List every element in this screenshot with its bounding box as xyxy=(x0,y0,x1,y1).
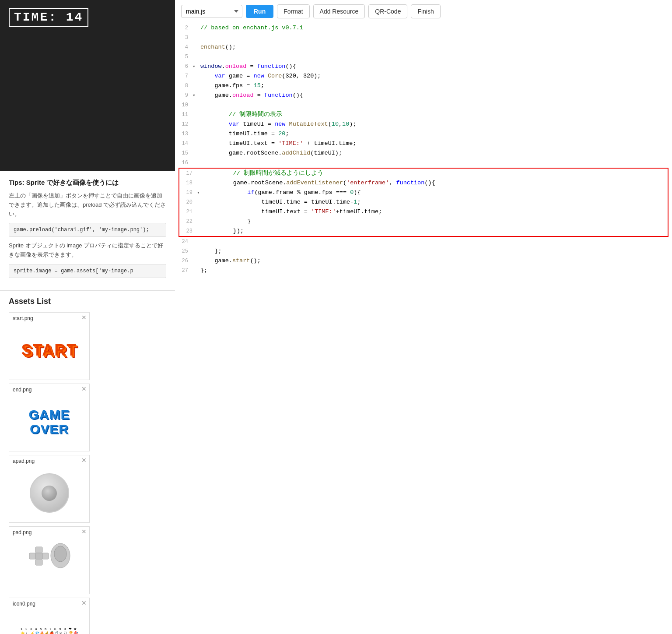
svg-rect-1 xyxy=(29,553,35,559)
line-arrow-9[interactable]: ▾ xyxy=(192,91,199,100)
time-display: TIME: 14 xyxy=(9,8,88,27)
line-content-26: game.start(); xyxy=(199,256,672,266)
tips-code1: game.preload('chara1.gif', 'my-image.png… xyxy=(9,223,166,237)
line-content-11: // 制限時間の表示 xyxy=(199,110,672,120)
code-line-16: 16 xyxy=(175,158,672,168)
asset-icon: icon0.png ✕ 1234567890❤★ 🌟♪⚡💎🔥💰🍎🎵⚔🛡🏆🎯 😀😎… xyxy=(9,598,90,634)
asset-pad-image xyxy=(9,539,89,590)
code-line-23: 23 }); xyxy=(179,226,668,236)
line-content-22: } xyxy=(203,217,668,226)
line-content-17: // 制限時間が減るようにしよう xyxy=(203,169,668,178)
code-line-7: 7 var game = new Core(320, 320); xyxy=(175,71,672,81)
line-content-23: }); xyxy=(203,226,668,236)
code-line-11: 11 // 制限時間の表示 xyxy=(175,110,672,120)
add-resource-button[interactable]: Add Resource xyxy=(313,4,365,18)
tips-code2: sprite.image = game.assets['my-image.p xyxy=(9,264,166,278)
line-content-13: timeUI.time = 20; xyxy=(199,129,672,139)
line-content-8: game.fps = 15; xyxy=(199,81,672,91)
code-line-14: 14 timeUI.text = 'TIME:' + timeUI.time; xyxy=(175,139,672,148)
line-content-21: timeUI.text = 'TIME:'+timeUI.time; xyxy=(203,207,668,217)
file-selector[interactable]: main.js xyxy=(181,5,242,18)
line-content-27: }; xyxy=(199,266,672,275)
asset-apad: apad.png ✕ xyxy=(9,455,90,523)
asset-end: end.png ✕ GAME OVER xyxy=(9,384,90,451)
line-content-20: timeUI.time = timeUI.time-1; xyxy=(203,197,668,207)
tips-text2: Sprite オブジェクトの image プロパティに指定することで好きな画像を… xyxy=(9,241,166,260)
code-line-6: 6 ▾ window.onload = function(){ xyxy=(175,62,672,71)
code-editor[interactable]: 2 // based on enchant.js v0.7.1 3 4 ench… xyxy=(175,23,672,634)
format-button[interactable]: Format xyxy=(277,4,309,18)
asset-pad: pad.png ✕ xyxy=(9,526,90,594)
pad-svg xyxy=(23,542,76,586)
right-panel: main.js Run Format Add Resource QR-Code … xyxy=(175,0,672,634)
asset-start-close[interactable]: ✕ xyxy=(81,314,87,321)
svg-rect-4 xyxy=(35,559,42,565)
code-line-2: 2 // based on enchant.js v0.7.1 xyxy=(175,23,672,33)
asset-start: start.png ✕ START xyxy=(9,312,90,380)
line-content-19: if(game.frame % game.fps === 0){ xyxy=(203,188,668,197)
svg-rect-0 xyxy=(35,547,42,553)
code-line-3: 3 xyxy=(175,33,672,42)
run-button[interactable]: Run xyxy=(246,5,273,18)
code-line-9: 9 ▾ game.onload = function(){ xyxy=(175,91,672,100)
line-arrow-6[interactable]: ▾ xyxy=(192,62,199,71)
asset-end-close[interactable]: ✕ xyxy=(81,386,87,392)
left-panel: TIME: 14 Tips: Sprite で好きな画像を使うには 左上の「画像… xyxy=(0,0,175,634)
line-content-15: game.rootScene.addChild(timeUI); xyxy=(199,148,672,158)
gameover-img: GAME OVER xyxy=(29,407,70,436)
code-line-24: 24 xyxy=(175,237,672,247)
line-num-2: 2 xyxy=(175,23,192,33)
line-content-25: }; xyxy=(199,247,672,256)
svg-rect-2 xyxy=(35,553,42,559)
asset-end-label: end.png xyxy=(13,387,32,393)
svg-rect-3 xyxy=(42,553,49,559)
line-content-4: enchant(); xyxy=(199,42,672,52)
apad-inner xyxy=(42,486,57,501)
code-line-10: 10 xyxy=(175,100,672,110)
code-line-25: 25 }; xyxy=(175,247,672,256)
line-content-6: window.onload = function(){ xyxy=(199,62,672,71)
code-line-26: 26 game.start(); xyxy=(175,256,672,266)
code-line-20: 20 timeUI.time = timeUI.time-1; xyxy=(179,197,668,207)
svg-point-6 xyxy=(54,546,66,562)
code-line-18: 18 game.rootScene.addEventListener('ente… xyxy=(179,178,668,188)
apad-circle xyxy=(30,473,69,513)
line-content-12: var timeUI = new MutableText(10,10); xyxy=(199,120,672,129)
assets-section: Assets List start.png ✕ START end.png ✕ … xyxy=(0,291,175,634)
code-line-22: 22 } xyxy=(179,217,668,226)
asset-start-image: START xyxy=(9,325,89,376)
tips-title: Tips: Sprite で好きな画像を使うには xyxy=(9,179,166,187)
asset-icon-close[interactable]: ✕ xyxy=(81,600,87,606)
code-line-19: 19 ▾ if(game.frame % game.fps === 0){ xyxy=(179,188,668,197)
asset-end-image: GAME OVER xyxy=(9,397,89,447)
asset-apad-close[interactable]: ✕ xyxy=(81,457,87,463)
qr-code-button[interactable]: QR-Code xyxy=(368,4,407,18)
icon-grid: 1234567890❤★ 🌟♪⚡💎🔥💰🍎🎵⚔🛡🏆🎯 😀😎😢😠🤔😱💀👾🎮🚀💣🌈 ♠… xyxy=(21,627,78,634)
assets-title: Assets List xyxy=(9,297,166,306)
code-line-15: 15 game.rootScene.addChild(timeUI); xyxy=(175,148,672,158)
line-content-14: timeUI.text = 'TIME:' + timeUI.time; xyxy=(199,139,672,148)
asset-pad-close[interactable]: ✕ xyxy=(81,528,87,535)
code-line-4: 4 enchant(); xyxy=(175,42,672,52)
asset-start-label: start.png xyxy=(13,315,33,321)
code-line-17: 17 // 制限時間が減るようにしよう xyxy=(179,169,668,178)
finish-button[interactable]: Finish xyxy=(411,4,440,18)
code-line-8: 8 game.fps = 15; xyxy=(175,81,672,91)
game-preview: TIME: 14 xyxy=(0,0,175,171)
assets-grid: start.png ✕ START end.png ✕ GAME OVER xyxy=(9,312,166,634)
highlight-block: 17 // 制限時間が減るようにしよう 18 game.rootScene.ad… xyxy=(178,168,668,237)
asset-icon-image: 1234567890❤★ 🌟♪⚡💎🔥💰🍎🎵⚔🛡🏆🎯 😀😎😢😠🤔😱💀👾🎮🚀💣🌈 ♠… xyxy=(9,611,89,634)
line-content-18: game.rootScene.addEventListener('enterfr… xyxy=(203,178,668,188)
tips-section: Tips: Sprite で好きな画像を使うには 左上の「画像を追加」ボタンを押… xyxy=(0,171,175,291)
line-content-9: game.onload = function(){ xyxy=(199,91,672,100)
asset-icon-label: icon0.png xyxy=(13,601,35,607)
code-line-27: 27 }; xyxy=(175,266,672,275)
line-arrow-19[interactable]: ▾ xyxy=(197,188,203,197)
code-line-21: 21 timeUI.text = 'TIME:'+timeUI.time; xyxy=(179,207,668,217)
code-line-12: 12 var timeUI = new MutableText(10,10); xyxy=(175,120,672,129)
code-line-13: 13 timeUI.time = 20; xyxy=(175,129,672,139)
asset-pad-label: pad.png xyxy=(13,529,32,535)
asset-apad-label: apad.png xyxy=(13,458,35,464)
code-line-5: 5 xyxy=(175,52,672,62)
asset-apad-image xyxy=(9,468,89,518)
